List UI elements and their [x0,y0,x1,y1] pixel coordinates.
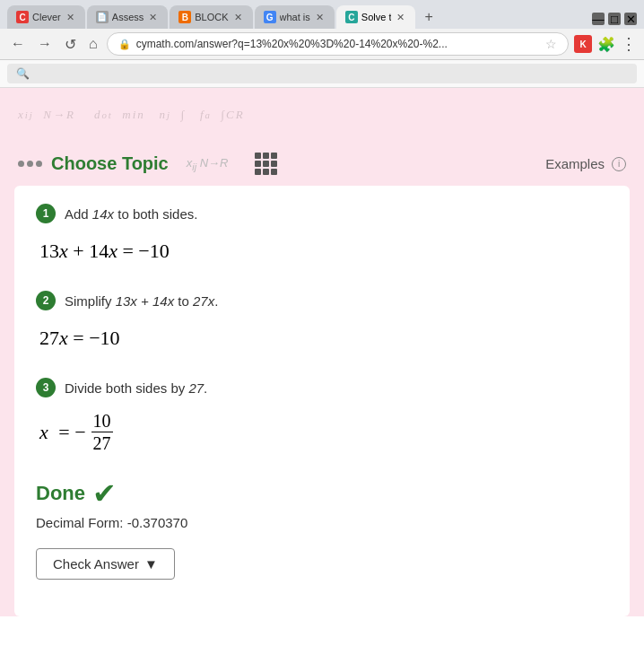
close-button[interactable]: ✕ [624,13,637,25]
decimal-form-label: Decimal Form: [36,515,124,530]
math-solution-area: 1 Add 14x to both sides. 13x + 14x = −10… [14,186,630,616]
tab-assess-close[interactable]: ✕ [147,12,159,23]
assess-favicon: 📄 [96,11,109,23]
tab-clever-title: Clever [32,12,61,22]
toolbar-row: 🔍 [0,60,644,88]
fraction-display: 10 27 [91,410,113,454]
back-button[interactable]: ← [7,34,29,54]
step-3-description: Divide both sides by 27. [65,380,207,396]
grid-view-icon[interactable] [255,153,277,175]
step-3-number: 3 [36,378,56,397]
toolbar-search-icon: 🔍 [16,67,30,80]
tab-clever-close[interactable]: ✕ [65,12,76,23]
tab-whatis-title: what is [280,12,310,22]
solve-favicon: C [345,11,358,23]
toolbar-search[interactable]: 🔍 [7,64,637,83]
tab-solve-close[interactable]: ✕ [395,12,406,23]
address-row: ← → ↺ ⌂ 🔒 cymath.com/answer?q=13%20x%20%… [0,29,644,60]
whatis-favicon: G [264,11,276,23]
step-1-header: 1 Add 14x to both sides. [36,204,608,223]
info-icon[interactable]: i [612,157,626,171]
tab-block-close[interactable]: ✕ [232,12,244,23]
check-answer-arrow-icon: ▼ [144,556,158,572]
page-content: xij N→R dot min nj ∫ fa ∫CR Choose Topic… [0,88,644,616]
choose-topic-label[interactable]: Choose Topic [51,153,169,174]
block-favicon: B [178,11,191,23]
math-background-decoration: xij N→R dot min nj ∫ fa ∫CR [0,88,644,142]
tab-clever[interactable]: C Clever ✕ [7,5,85,29]
forward-button[interactable]: → [34,34,56,54]
step-3-expression: x = − 10 27 [39,410,608,454]
step-2-block: 2 Simplify 13x + 14x to 27x. 27x = −10 [36,291,608,353]
dots-icon[interactable] [18,161,42,167]
tab-assess-title: Assess [112,12,144,22]
checkmark-icon: ✔ [92,479,117,508]
extension-kiwi[interactable]: K [574,35,592,53]
lock-icon: 🔒 [118,39,131,50]
tab-block[interactable]: B BLOCK ✕ [170,5,252,29]
done-label: Done [36,482,85,505]
tab-solve-title: Solve t [361,12,392,22]
check-answer-label: Check Answer [53,556,139,572]
minimize-button[interactable]: — [592,13,605,25]
browser-chrome: C Clever ✕ 📄 Assess ✕ B BLOCK ✕ G what i… [0,0,644,88]
step-3-header: 3 Divide both sides by 27. [36,378,608,397]
step-3-block: 3 Divide both sides by 27. x = − 10 27 [36,378,608,454]
tab-block-title: BLOCK [195,12,228,22]
home-button[interactable]: ⌂ [85,34,101,54]
step-1-block: 1 Add 14x to both sides. 13x + 14x = −10 [36,204,608,266]
decimal-form-row: Decimal Form: -0.370370 [36,515,608,530]
tab-solve[interactable]: C Solve t ✕ [336,5,416,29]
step-1-description: Add 14x to both sides. [65,206,197,222]
tab-assess[interactable]: 📄 Assess ✕ [87,5,168,29]
step-2-number: 2 [36,291,56,310]
header-right: Examples i [545,156,626,171]
maximize-button[interactable]: □ [608,13,621,25]
bookmark-icon[interactable]: ☆ [545,37,557,51]
tab-whatis-close[interactable]: ✕ [314,12,326,23]
clever-favicon: C [16,11,29,23]
step-2-header: 2 Simplify 13x + 14x to 27x. [36,291,608,310]
refresh-button[interactable]: ↺ [61,34,80,55]
tabs-row: C Clever ✕ 📄 Assess ✕ B BLOCK ✕ G what i… [7,5,637,29]
fraction-denominator: 27 [91,432,113,454]
tab-whatis[interactable]: G what is ✕ [255,5,335,29]
add-tab-button[interactable]: + [417,5,439,29]
header-left: Choose Topic xij N→R [18,153,277,175]
page-header: Choose Topic xij N→R Examples i [0,142,644,186]
address-text: cymath.com/answer?q=13%20x%20%3D%20-14%2… [136,38,540,50]
decimal-form-value: -0.370370 [127,515,188,530]
examples-label[interactable]: Examples [545,156,605,171]
step-2-expression: 27x = −10 [39,323,608,353]
math-decoration-text: xij N→R [187,156,229,172]
tabs-bar: C Clever ✕ 📄 Assess ✕ B BLOCK ✕ G what i… [0,0,644,29]
address-bar[interactable]: 🔒 cymath.com/answer?q=13%20x%20%3D%20-14… [107,32,569,56]
extension-puzzle[interactable]: 🧩 [597,35,615,53]
step-2-description: Simplify 13x + 14x to 27x. [65,293,218,309]
done-row: Done ✔ [36,479,608,508]
step-1-expression: 13x + 14x = −10 [39,236,608,266]
fraction-numerator: 10 [91,410,113,432]
check-answer-button[interactable]: Check Answer ▼ [36,548,175,580]
step-1-number: 1 [36,204,56,223]
browser-menu-button[interactable]: ⋮ [621,34,637,54]
